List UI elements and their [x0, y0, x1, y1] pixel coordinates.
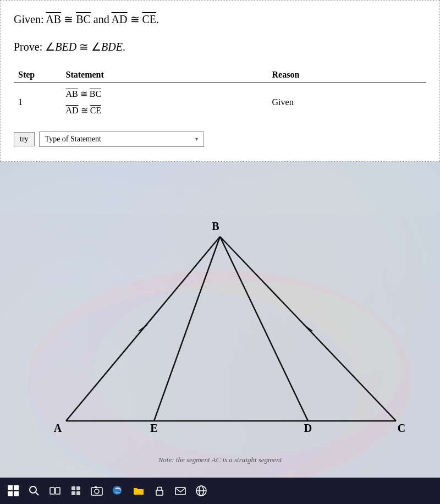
lock-icon: [154, 485, 165, 496]
reason-header: Reason: [268, 68, 426, 83]
svg-rect-18: [76, 491, 80, 495]
try-button[interactable]: try: [14, 132, 35, 146]
step-header: Step: [14, 68, 62, 83]
prove-statement: Prove: ∠BED ≅ ∠BDE.: [14, 38, 426, 56]
input-row: try Type of Statement ▾: [14, 132, 426, 147]
taskbar: [0, 478, 440, 504]
svg-point-20: [95, 489, 99, 494]
prove-label: Prove:: [14, 41, 42, 53]
widgets-icon: [70, 485, 81, 496]
vertex-d-label: D: [304, 422, 312, 434]
step-number: 1: [14, 83, 62, 123]
file-explorer-button[interactable]: [132, 484, 145, 497]
triangle-diagram: B A E D C: [0, 215, 440, 484]
svg-rect-22: [156, 490, 163, 495]
svg-rect-17: [72, 491, 75, 495]
note-text: Note: the segment AC is a straight segme…: [158, 456, 282, 464]
edge-icon: [112, 485, 124, 497]
mail-button[interactable]: [174, 484, 187, 497]
statement-cell: AB ≅ BC AD ≅ CE: [62, 83, 268, 123]
globe-button[interactable]: [195, 484, 208, 497]
table-row: 1 AB ≅ BC AD ≅ CE Given: [14, 83, 426, 123]
type-of-statement-dropdown[interactable]: Type of Statement ▾: [39, 132, 204, 147]
task-view-button[interactable]: [48, 484, 62, 497]
content-area: Given: AB ≅ BC and AD ≅ CE. Prove: ∠BED …: [0, 0, 440, 162]
camera-icon: [91, 485, 103, 497]
widgets-button[interactable]: [69, 484, 82, 497]
svg-rect-15: [72, 486, 75, 490]
vertex-e-label: E: [150, 422, 157, 434]
taskview-icon: [50, 485, 61, 496]
statement-header: Statement: [62, 68, 268, 83]
svg-line-12: [36, 492, 38, 495]
vertex-a-label: A: [54, 422, 62, 434]
svg-rect-16: [76, 486, 80, 490]
folder-icon: [133, 485, 145, 497]
svg-point-11: [30, 486, 36, 493]
proof-table: Step Statement Reason 1 AB ≅ BC AD ≅ CE …: [14, 68, 426, 123]
given-statement: Given: AB ≅ BC and AD ≅ CE.: [14, 10, 426, 28]
vertex-c-label: C: [398, 422, 405, 434]
search-taskbar-button[interactable]: [28, 484, 41, 497]
lock-button[interactable]: [153, 484, 166, 497]
reason-cell: Given: [268, 83, 426, 123]
prove-content: ∠BED ≅ ∠BDE.: [45, 41, 125, 53]
search-icon: [29, 485, 40, 496]
vertex-b-label: B: [212, 220, 219, 232]
globe-icon: [195, 485, 207, 497]
diagram-container: B A E D C: [0, 215, 440, 484]
camera-button[interactable]: [90, 484, 103, 497]
svg-rect-19: [91, 487, 102, 495]
svg-rect-13: [50, 487, 54, 494]
windows-start-button[interactable]: [7, 484, 20, 497]
svg-rect-14: [56, 487, 60, 494]
svg-rect-23: [175, 487, 185, 495]
edge-browser-button[interactable]: [111, 484, 124, 497]
given-label: Given:: [14, 13, 43, 25]
dropdown-arrow: ▾: [195, 136, 198, 142]
svg-rect-21: [95, 486, 97, 488]
given-ab-left: AB ≅ BC and AD ≅ CE.: [46, 13, 159, 25]
mail-icon: [174, 485, 186, 497]
dropdown-placeholder: Type of Statement: [45, 135, 101, 144]
svg-point-3: [94, 281, 402, 457]
